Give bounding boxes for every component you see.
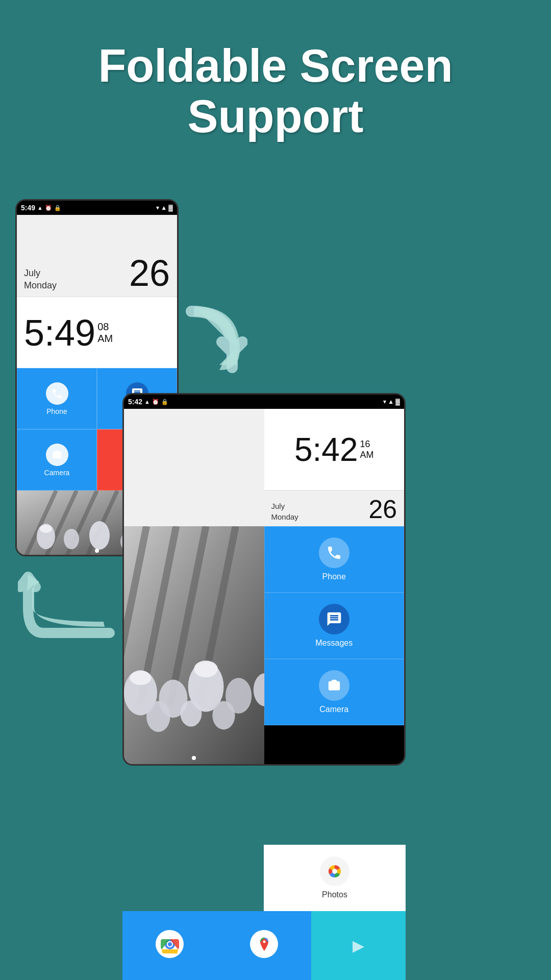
- small-phone-ampm: AM: [97, 333, 113, 345]
- messages-label-large: Messages: [315, 639, 353, 648]
- svg-point-35: [332, 869, 337, 874]
- small-phone-time: 5:49: [21, 204, 35, 212]
- small-phone-status-bar: 5:49 ▲ ⏰ 🔒 ▾ ▲ ▓: [17, 201, 177, 215]
- svg-point-19: [130, 671, 151, 685]
- large-phone-wifi-icon: ▾: [383, 398, 386, 405]
- svg-point-26: [180, 700, 202, 726]
- maps-app-tile[interactable]: [217, 911, 311, 980]
- large-phone-clock-tile: 5:42 16 AM: [264, 409, 405, 491]
- chrome-app-tile[interactable]: [122, 911, 217, 980]
- camera-app-icon: [46, 444, 68, 466]
- messages-icon-large: [319, 604, 349, 634]
- small-phone-date-tile: July Monday 26: [17, 215, 177, 297]
- bottom-row: ▶: [122, 911, 406, 980]
- small-phone-battery-icon: ▓: [168, 204, 173, 211]
- camera-label-large: Camera: [319, 705, 348, 714]
- large-phone-date-tile: July Monday 26: [264, 491, 405, 526]
- photos-icon: [320, 856, 349, 886]
- small-phone-alarm-icon: ▲: [37, 205, 43, 211]
- small-phone-clock-tile: 5:49 08 AM: [17, 297, 177, 368]
- large-phone-time: 5:42: [128, 398, 142, 406]
- arrow-left-up: [18, 567, 120, 648]
- teal-icon: ▶: [353, 937, 364, 954]
- photos-label: Photos: [322, 890, 347, 899]
- chrome-icon: [156, 930, 184, 958]
- phone-label-large: Phone: [322, 572, 346, 581]
- large-phone-calendar-tile: [124, 409, 264, 526]
- maps-icon: [250, 930, 278, 958]
- phone-icon-large: [319, 537, 349, 568]
- main-title: Foldable Screen Support: [0, 0, 551, 173]
- camera-icon-large: [319, 670, 349, 701]
- large-phone-signal-icon: ▲: [388, 398, 394, 405]
- large-phone-clock-icon: ⏰: [152, 399, 159, 405]
- large-phone-lock-icon: 🔒: [161, 399, 168, 405]
- large-phone-seconds: 16: [360, 439, 374, 450]
- svg-point-32: [168, 942, 172, 946]
- small-phone-app-camera[interactable]: Camera: [17, 429, 97, 491]
- large-phone-photo-tile: [124, 526, 264, 764]
- svg-point-10: [89, 521, 110, 550]
- large-phone-mockup: 5:42 ▲ ⏰ 🔒 ▾ ▲ ▓: [122, 393, 406, 766]
- large-phone-clock-time: 5:42: [294, 431, 358, 469]
- small-phone-date-label: July Monday: [24, 267, 57, 291]
- small-phone-clock-icon: ⏰: [45, 205, 52, 211]
- small-phone-seconds: 08: [97, 321, 113, 333]
- phone-app-icon: [46, 382, 68, 405]
- small-phone-date-number: 26: [129, 255, 170, 291]
- arrow-right-down: [181, 301, 247, 383]
- large-phone-battery-icon: ▓: [395, 398, 400, 405]
- teal-app-tile[interactable]: ▶: [311, 911, 406, 980]
- dot-indicator-small: [95, 549, 99, 553]
- photos-app-extended[interactable]: Photos: [264, 845, 406, 911]
- camera-app-label: Camera: [44, 469, 70, 477]
- small-phone-wifi-icon: ▾: [156, 204, 159, 211]
- large-phone-app-camera[interactable]: Camera: [264, 659, 405, 725]
- large-phone-app-phone[interactable]: Phone: [264, 526, 405, 593]
- small-phone-signal-icon: ▲: [161, 204, 167, 211]
- large-phone-date-label: July Monday: [271, 501, 298, 522]
- large-phone-date-number: 26: [368, 497, 397, 522]
- svg-point-27: [212, 701, 235, 730]
- small-phone-clock-time: 5:49: [24, 314, 95, 351]
- large-phone-alarm-icon: ▲: [144, 399, 150, 405]
- svg-point-9: [64, 529, 79, 549]
- small-phone-lock-icon: 🔒: [54, 205, 61, 211]
- svg-point-25: [146, 701, 170, 732]
- svg-point-8: [40, 525, 52, 533]
- svg-rect-13: [124, 526, 264, 764]
- phone-app-label: Phone: [46, 407, 67, 415]
- dot-indicator-large: [192, 756, 196, 760]
- large-phone-app-messages[interactable]: Messages: [264, 593, 405, 659]
- large-phone-status-bar: 5:42 ▲ ⏰ 🔒 ▾ ▲ ▓: [124, 395, 404, 409]
- large-phone-ampm: AM: [360, 450, 374, 460]
- svg-point-22: [194, 660, 218, 677]
- small-phone-app-phone[interactable]: Phone: [17, 368, 97, 429]
